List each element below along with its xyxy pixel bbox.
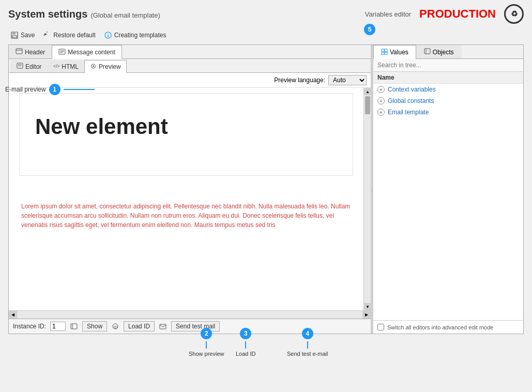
send-test-icon bbox=[159, 322, 167, 330]
scroll-thumb[interactable] bbox=[365, 96, 370, 114]
svg-rect-2 bbox=[12, 36, 17, 38]
scroll-down-btn[interactable]: ▼ bbox=[364, 303, 371, 310]
preview-box: New element bbox=[19, 93, 353, 176]
right-tab-values[interactable]: Values bbox=[373, 45, 416, 59]
objects-icon bbox=[424, 48, 431, 56]
annotation-3-label: Load ID bbox=[236, 351, 256, 357]
page-title: System settings bbox=[8, 8, 87, 20]
svg-text:ID: ID bbox=[114, 325, 117, 329]
scroll-right-btn[interactable]: ▶ bbox=[362, 311, 371, 319]
show-button[interactable]: Show bbox=[82, 321, 107, 331]
main-tabs: Header Message content bbox=[9, 45, 371, 59]
svg-rect-27 bbox=[424, 49, 430, 54]
annotation-bubble-2: 2 bbox=[201, 328, 212, 339]
annotation-2-group: 2 Show preview bbox=[189, 328, 224, 357]
tab-header-label: Header bbox=[25, 49, 45, 56]
global-constants-label: Global constants bbox=[388, 97, 434, 104]
svg-point-17 bbox=[93, 65, 94, 67]
message-tab-icon bbox=[58, 49, 66, 56]
scroll-left-btn[interactable]: ◀ bbox=[9, 311, 17, 319]
restore-label: Restore default bbox=[53, 32, 95, 39]
annotation-bubble-3: 3 bbox=[240, 328, 251, 339]
tree-item-global-constants[interactable]: + Global constants bbox=[373, 95, 523, 107]
svg-rect-23 bbox=[382, 49, 384, 52]
right-panel-spacer bbox=[373, 118, 523, 320]
tree-list: + Context variables + Global constants +… bbox=[373, 84, 523, 118]
expand-context-variables-icon[interactable]: + bbox=[377, 86, 385, 93]
email-template-label: Email template bbox=[388, 109, 429, 116]
right-tabs: Values Objects bbox=[373, 45, 523, 59]
scroll-up-btn[interactable]: ▲ bbox=[364, 88, 371, 95]
horizontal-scrollbar: ◀ ▶ bbox=[9, 310, 371, 319]
preview-scroll-area[interactable]: New element Lorem ipsum dolor sit amet, … bbox=[9, 88, 371, 310]
tree-item-email-template[interactable]: + Email template bbox=[373, 107, 523, 118]
variables-editor-link[interactable]: Variables editor bbox=[365, 10, 411, 18]
editor-tab-icon bbox=[17, 63, 23, 70]
right-tab-objects[interactable]: Objects bbox=[416, 45, 462, 58]
show-icon bbox=[70, 322, 78, 330]
tab-header[interactable]: Header bbox=[9, 45, 52, 58]
vertical-scrollbar[interactable]: ▲ ▼ bbox=[363, 88, 371, 310]
sub-tab-editor[interactable]: Editor bbox=[11, 60, 47, 72]
svg-rect-18 bbox=[71, 324, 77, 329]
annotation-bubble-1: 1 bbox=[49, 84, 60, 95]
expand-global-constants-icon[interactable]: + bbox=[377, 97, 385, 104]
creating-templates-button[interactable]: i Creating templates bbox=[102, 30, 169, 40]
save-button[interactable]: Save bbox=[8, 30, 37, 40]
preview-language-select[interactable]: Auto English French German bbox=[328, 75, 367, 85]
sub-tabs: Editor </> HTML Preview bbox=[9, 59, 371, 73]
toolbar: Save Restore default i Creating template… bbox=[0, 28, 532, 42]
top-header: System settings (Global email template) … bbox=[0, 0, 532, 28]
tree-item-context-variables[interactable]: + Context variables bbox=[373, 84, 523, 95]
sub-tab-html[interactable]: </> HTML bbox=[47, 60, 84, 72]
annotation-line-3 bbox=[245, 341, 246, 349]
annotation-line-4 bbox=[307, 341, 308, 349]
preview-heading: New element bbox=[30, 104, 342, 160]
right-tab-objects-label: Objects bbox=[433, 49, 454, 56]
annotation-1-label: E-mail preview bbox=[5, 86, 46, 93]
sub-tab-editor-label: Editor bbox=[25, 63, 41, 70]
svg-text:i: i bbox=[107, 33, 109, 38]
html-tab-icon: </> bbox=[53, 63, 59, 70]
production-icon: ♻ bbox=[504, 4, 524, 24]
restore-icon bbox=[43, 31, 51, 39]
tree-search-input[interactable] bbox=[373, 59, 523, 72]
instance-id-label: Instance ID: bbox=[13, 323, 46, 330]
save-label: Save bbox=[21, 32, 35, 39]
h-scroll-track[interactable] bbox=[17, 311, 362, 319]
svg-text:</>: </> bbox=[53, 64, 59, 69]
restore-default-button[interactable]: Restore default bbox=[41, 30, 97, 40]
preview-inner: New element Lorem ipsum dolor sit amet, … bbox=[9, 88, 371, 235]
creating-templates-label: Creating templates bbox=[114, 32, 166, 39]
preview-lorem-text: Lorem ipsum dolor sit amet, consectetur … bbox=[19, 202, 353, 230]
annotation-4-group: 4 Send test e-mail bbox=[287, 328, 328, 357]
sub-tab-html-label: HTML bbox=[62, 63, 79, 70]
sub-tab-preview-label: Preview bbox=[99, 63, 121, 70]
tab-message-label: Message content bbox=[68, 49, 115, 56]
annotation-5-group: 5 bbox=[364, 24, 375, 35]
advanced-edit-checkbox[interactable] bbox=[377, 324, 384, 330]
annotation-line-1 bbox=[64, 89, 95, 90]
annotation-bubble-5: 5 bbox=[364, 24, 375, 35]
annotation-4-label: Send test e-mail bbox=[287, 351, 328, 357]
preview-content-area: New element Lorem ipsum dolor sit amet, … bbox=[9, 88, 371, 310]
header-tab-icon bbox=[16, 48, 23, 56]
load-id-button[interactable]: Load ID bbox=[124, 321, 155, 331]
expand-email-template-icon[interactable]: + bbox=[377, 109, 385, 116]
annotation-line-2 bbox=[206, 341, 207, 349]
right-tab-values-label: Values bbox=[390, 49, 408, 56]
svg-rect-6 bbox=[16, 49, 22, 54]
top-right-area: Variables editor PRODUCTION ♻ bbox=[365, 4, 524, 24]
tab-message-content[interactable]: Message content bbox=[52, 45, 121, 59]
annotation-1-group: E-mail preview 1 bbox=[5, 84, 95, 95]
sub-tab-preview[interactable]: Preview bbox=[84, 60, 127, 73]
svg-rect-24 bbox=[385, 49, 387, 52]
svg-rect-26 bbox=[385, 52, 387, 54]
info-icon: i bbox=[104, 31, 112, 39]
instance-id-input[interactable] bbox=[50, 322, 66, 331]
right-panel: Values Objects Name + Context variables … bbox=[373, 45, 523, 334]
preview-language-label: Preview language: bbox=[274, 77, 325, 84]
tree-header: Name bbox=[373, 72, 523, 84]
context-variables-label: Context variables bbox=[388, 86, 436, 93]
right-panel-bottom: Switch all editors into advanced edit mo… bbox=[373, 320, 523, 334]
